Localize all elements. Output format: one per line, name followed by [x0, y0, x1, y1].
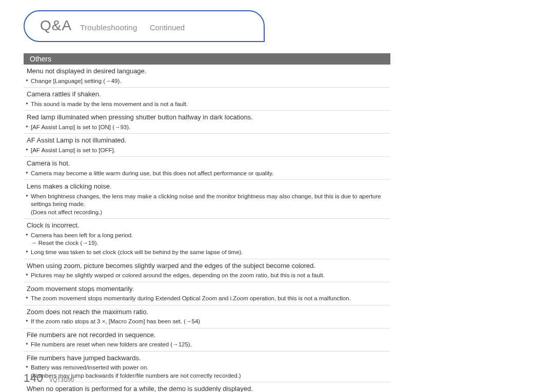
page-content: Q&A Troubleshooting Continued Others Men…	[24, 10, 390, 392]
qa-question: Red lamp illuminated when pressing shutt…	[24, 112, 390, 123]
qa-question: AF Assist Lamp is not illuminated.	[24, 135, 390, 146]
qa-answer: [AF Assist Lamp] is set to [OFF].	[24, 146, 390, 155]
qa-item: When using zoom, picture becomes slightl…	[24, 259, 390, 282]
qa-item: When no operation is performed for a whi…	[24, 382, 390, 392]
qa-question: Menu not displayed in desired language.	[24, 66, 390, 77]
qa-item: File numbers have jumped backwards.Batte…	[24, 352, 390, 383]
header-subtitle: Troubleshooting	[80, 23, 137, 32]
qa-answer: [AF Assist Lamp] is set to [ON] (→93).	[24, 123, 390, 132]
qa-question: When using zoom, picture becomes slightl…	[24, 261, 390, 272]
qa-answer: Pictures may be slightly warped or color…	[24, 271, 390, 280]
qa-answer: Battery was removed/inserted with power …	[24, 363, 390, 380]
qa-item: Red lamp illuminated when pressing shutt…	[24, 111, 390, 134]
qa-item: Clock is incorrect.Camera has been left …	[24, 219, 390, 259]
qa-question: Zoom does not reach the maximum ratio.	[24, 307, 390, 318]
qa-answer: Camera may become a little warm during u…	[24, 169, 390, 178]
qa-question: Zoom movement stops momentarily.	[24, 284, 390, 295]
qa-item: AF Assist Lamp is not illuminated.[AF As…	[24, 134, 390, 157]
qa-question: File numbers are not recorded in sequenc…	[24, 330, 390, 341]
qa-answer: If the zoom ratio stops at 3 ×, [Macro Z…	[24, 317, 390, 326]
qa-answer: Long time was taken to set clock (clock …	[24, 248, 390, 257]
qa-question: When no operation is performed for a whi…	[24, 384, 390, 392]
header-tab: Q&A Troubleshooting Continued	[24, 10, 265, 42]
qa-answer: Camera has been left for a long period.→…	[24, 231, 390, 248]
qa-item: Camera rattles if shaken.This sound is m…	[24, 88, 390, 111]
qa-item: Zoom movement stops momentarily.The zoom…	[24, 282, 390, 305]
qa-answer: The zoom movement stops momentarily duri…	[24, 294, 390, 303]
qa-question: Camera rattles if shaken.	[24, 89, 390, 100]
qa-question: Clock is incorrect.	[24, 220, 390, 231]
qa-question: Lens makes a clicking noise.	[24, 181, 390, 192]
qa-item: File numbers are not recorded in sequenc…	[24, 328, 390, 352]
qa-item: Camera is hot.Camera may become a little…	[24, 157, 390, 180]
doc-id: VQT3G90	[49, 377, 74, 383]
footer: 140 VQT3G90	[24, 372, 74, 385]
qa-answer: File numbers are reset when new folders …	[24, 340, 390, 349]
page-number: 140	[24, 372, 43, 385]
header-continued: Continued	[150, 23, 185, 32]
qa-question: Camera is hot.	[24, 158, 390, 169]
qa-answer: Change [Language] setting (→49).	[24, 77, 390, 86]
header-qa: Q&A	[40, 17, 72, 34]
qa-list: Menu not displayed in desired language.C…	[24, 65, 390, 392]
qa-question: File numbers have jumped backwards.	[24, 353, 390, 364]
qa-item: Zoom does not reach the maximum ratio.If…	[24, 305, 390, 328]
section-heading: Others	[24, 53, 390, 65]
qa-item: Menu not displayed in desired language.C…	[24, 65, 390, 88]
qa-answer: This sound is made by the lens movement …	[24, 100, 390, 109]
qa-answer: When brightness changes, the lens may ma…	[24, 192, 390, 217]
qa-item: Lens makes a clicking noise.When brightn…	[24, 180, 390, 219]
